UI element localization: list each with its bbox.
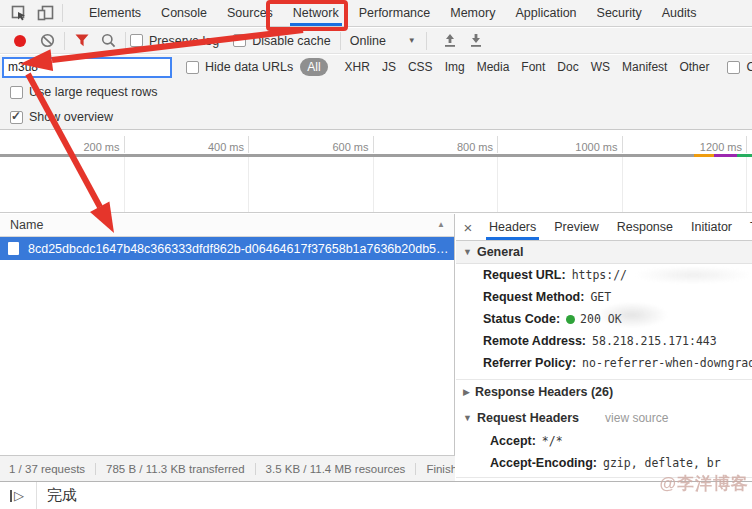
sort-ascending-icon: ▲ — [437, 220, 445, 229]
field-value: GET — [590, 290, 611, 304]
record-icon[interactable] — [14, 35, 26, 47]
disclosure-open-icon: ▼ — [463, 413, 472, 423]
play-outline-icon[interactable]: ▷ — [14, 489, 24, 502]
import-har-icon[interactable] — [437, 28, 463, 54]
divider — [64, 32, 65, 50]
general-section-header[interactable]: ▼ General — [456, 241, 752, 264]
tab-memory[interactable]: Memory — [440, 0, 505, 26]
close-icon[interactable]: × — [456, 219, 480, 236]
use-large-rows-checkbox[interactable] — [10, 86, 23, 99]
field-value: no-referrer-when-downgrade — [582, 356, 752, 370]
response-headers-section-header[interactable]: ▶ Response Headers (26) — [456, 379, 752, 404]
tick-label: 1000 ms — [498, 136, 623, 153]
tick-label: 1200 ms — [623, 136, 748, 153]
network-main-split: Name ▲ 8cd25dbcdc1647b48c366333dfdf862b-… — [0, 214, 752, 481]
divider — [340, 32, 341, 50]
filter-icon[interactable] — [69, 28, 95, 54]
show-overview-checkbox[interactable]: ✓ — [10, 111, 23, 124]
check-icon: ✓ — [11, 109, 21, 123]
transferred-size: 785 B / 11.3 KB transferred — [106, 463, 256, 475]
divider — [426, 32, 427, 50]
filter-type-doc[interactable]: Doc — [557, 60, 578, 74]
hide-data-urls-checkbox[interactable] — [186, 61, 199, 74]
view-source-link[interactable]: view source — [605, 411, 668, 425]
tab-audits[interactable]: Audits — [652, 0, 707, 26]
name-header-label: Name — [10, 218, 43, 232]
filter-type-other[interactable]: Other — [679, 60, 709, 74]
filter-type-xhr[interactable]: XHR — [345, 60, 370, 74]
inspect-element-icon[interactable] — [6, 0, 32, 26]
tab-sources[interactable]: Sources — [217, 0, 283, 26]
disable-cache-label: Disable cache — [252, 34, 331, 48]
clear-icon[interactable] — [34, 28, 60, 54]
accept-encoding-header-field: Accept-Encoding: gzip, deflate, br — [456, 452, 752, 474]
only-show-blocked-label: Only show re — [746, 60, 752, 74]
throttling-select[interactable]: Online — [350, 34, 386, 48]
field-value: https:// — [572, 268, 627, 282]
divider — [36, 482, 37, 509]
requests-count: 1 / 37 requests — [9, 463, 96, 475]
filter-type-img[interactable]: Img — [445, 60, 465, 74]
filter-type-all[interactable]: All — [300, 58, 327, 76]
export-har-icon[interactable] — [463, 28, 489, 54]
document-icon — [8, 242, 19, 255]
accept-header-field: Accept: */* — [456, 430, 752, 452]
table-row[interactable]: 8cd25dbcdc1647b48c366333dfdf862b-d064646… — [0, 237, 454, 260]
request-headers-section-header[interactable]: ▼ Request Headers view source — [456, 406, 752, 430]
finish-time: Finish — [426, 463, 455, 475]
field-label: Referrer Policy: — [483, 356, 576, 370]
filter-input[interactable] — [2, 57, 172, 78]
tab-elements[interactable]: Elements — [79, 0, 151, 26]
network-filter-bar: Hide data URLs All XHR JS CSS Img Media … — [0, 55, 752, 79]
network-overview-pane[interactable] — [0, 157, 752, 213]
status-green-dot-icon — [566, 315, 575, 324]
tab-response[interactable]: Response — [608, 214, 682, 240]
only-show-blocked-checkbox[interactable] — [727, 61, 740, 74]
field-label: Accept-Encoding: — [490, 456, 597, 470]
tick-label: 400 ms — [125, 136, 250, 153]
tab-headers[interactable]: Headers — [480, 214, 545, 240]
devtools-tab-bar: Elements Console Sources Network Perform… — [0, 0, 752, 27]
use-large-rows-label: Use large request rows — [29, 85, 158, 99]
tab-security[interactable]: Security — [587, 0, 652, 26]
tab-performance[interactable]: Performance — [349, 0, 441, 26]
filter-type-css[interactable]: CSS — [408, 60, 433, 74]
network-summary-bar: 1 / 37 requests 785 B / 11.3 KB transfer… — [0, 455, 455, 481]
response-headers-title: Response Headers (26) — [475, 385, 613, 399]
request-details-pane: × Headers Preview Response Initiator Ti … — [456, 214, 752, 481]
disable-cache-checkbox[interactable] — [233, 34, 246, 47]
name-column-header[interactable]: Name ▲ — [0, 214, 454, 237]
search-icon[interactable] — [95, 28, 121, 54]
field-label: Status Code: — [483, 312, 560, 326]
tick-label: 600 ms — [249, 136, 374, 153]
show-overview-row: ✓ Show overview — [0, 105, 752, 130]
field-label: Accept: — [490, 434, 536, 448]
details-tab-bar: × Headers Preview Response Initiator Ti — [456, 214, 752, 241]
general-section-title: General — [477, 245, 524, 259]
filter-type-js[interactable]: JS — [382, 60, 396, 74]
field-label: Remote Address: — [483, 334, 586, 348]
tab-console[interactable]: Console — [151, 0, 217, 26]
filter-type-ws[interactable]: WS — [591, 60, 610, 74]
device-toolbar-icon[interactable] — [32, 0, 58, 26]
tab-network[interactable]: Network — [283, 0, 349, 26]
tick-label: 800 ms — [374, 136, 499, 153]
field-value: 200 OK — [580, 312, 622, 326]
devtools-window: Elements Console Sources Network Perform… — [0, 0, 752, 509]
chevron-down-icon[interactable]: ▼ — [408, 36, 416, 45]
request-list-pane: Name ▲ 8cd25dbcdc1647b48c366333dfdf862b-… — [0, 214, 455, 481]
field-value: 58.218.215.171:443 — [592, 334, 717, 348]
drawer-status-text: 完成 — [47, 486, 77, 505]
filter-type-manifest[interactable]: Manifest — [622, 60, 667, 74]
tab-initiator[interactable]: Initiator — [682, 214, 741, 240]
filter-type-media[interactable]: Media — [477, 60, 510, 74]
step-over-icon[interactable] — [10, 490, 12, 502]
tab-timing[interactable]: Ti — [741, 214, 752, 240]
tab-application[interactable]: Application — [505, 0, 586, 26]
request-name: 8cd25dbcdc1647b48c366333dfdf862b-d064646… — [28, 242, 454, 256]
preserve-log-checkbox[interactable] — [130, 34, 143, 47]
tab-preview[interactable]: Preview — [545, 214, 607, 240]
field-label: Request Method: — [483, 290, 584, 304]
filter-type-font[interactable]: Font — [521, 60, 545, 74]
disclosure-open-icon: ▼ — [463, 247, 472, 257]
